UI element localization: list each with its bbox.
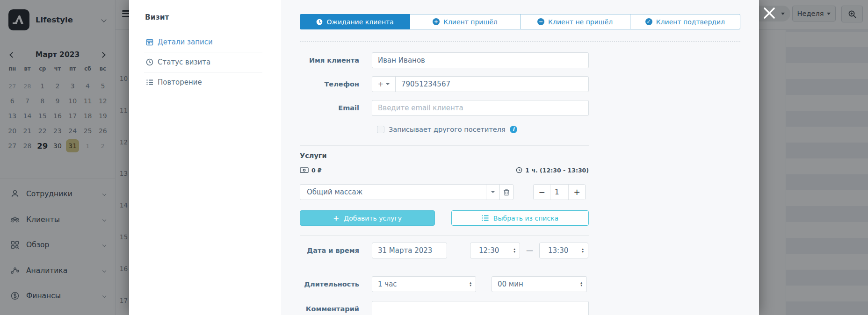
visit-status-tabs: Ожидание клиента + Клиент пришёл − Клиен… [300, 14, 740, 29]
duration-hours-select[interactable]: 1 час ▴▾ [372, 276, 476, 292]
time-range-dash: — [520, 246, 539, 255]
check-circle-icon: ✓ [645, 18, 652, 25]
comment-textarea[interactable] [372, 301, 589, 315]
list-icon [482, 215, 489, 221]
close-modal-button[interactable] [761, 5, 777, 21]
service-select-group: Общий массаж [300, 184, 514, 200]
tab-no-show[interactable]: − Клиент не пришёл [521, 14, 630, 29]
quantity-decrease-button[interactable]: − [534, 185, 550, 200]
service-select[interactable]: Общий массаж [300, 185, 486, 200]
nav-item-label: Повторение [158, 78, 202, 86]
tab-confirmed[interactable]: ✓ Клиент подтвердил [630, 14, 740, 29]
chevron-down-icon [386, 83, 390, 85]
start-time-value: 12:30 [479, 246, 499, 255]
app-screen: Lifestyle Март 2023 пнвтсрчтптсбвс 27281… [0, 0, 868, 315]
duration-label: Длительность [300, 280, 359, 288]
phone-prefix-select[interactable]: + [372, 77, 396, 92]
tab-label: Клиент подтвердил [656, 18, 725, 26]
phone-input-group: + [372, 76, 589, 92]
record-details-form: Ожидание клиента + Клиент пришёл − Клиен… [281, 0, 759, 315]
spinner-arrows-icon: ▴▾ [470, 281, 471, 287]
plus-circle-icon: + [433, 18, 440, 25]
nav-item-repeat[interactable]: Повторение [129, 72, 281, 92]
tab-label: Клиент пришёл [443, 18, 498, 26]
tab-label: Клиент не пришёл [548, 18, 613, 26]
duration-minutes-value: 00 мин [498, 280, 523, 288]
close-icon [761, 5, 777, 21]
duration-minutes-select[interactable]: 00 мин ▴▾ [492, 276, 587, 292]
services-heading: Услуги [300, 152, 740, 161]
plus-icon: + [333, 214, 339, 222]
services-total-price: 0 ₽ [300, 167, 322, 174]
modal-title: Визит [145, 13, 281, 21]
divider [300, 145, 589, 146]
clock-icon [316, 19, 323, 25]
nav-item-visit-status[interactable]: Статус визита [129, 52, 281, 72]
tab-label: Ожидание клиента [326, 18, 393, 26]
minus-circle-icon: − [537, 18, 544, 25]
tab-waiting[interactable]: Ожидание клиента [300, 14, 410, 29]
pick-from-list-button[interactable]: Выбрать из списка [451, 210, 589, 226]
start-time-select[interactable]: 12:30 ▴▾ [470, 243, 520, 258]
spinner-arrows-icon: ▴▾ [514, 248, 515, 253]
phone-prefix-label: + [378, 80, 384, 88]
nav-item-label: Детали записи [158, 38, 213, 46]
other-visitor-checkbox[interactable] [377, 126, 384, 133]
service-select-arrow[interactable] [486, 185, 499, 200]
clock-icon [146, 58, 153, 66]
email-label: Email [300, 104, 359, 112]
pick-from-list-label: Выбрать из списка [493, 215, 558, 222]
end-time-value: 13:30 [548, 246, 568, 255]
add-service-label: Добавить услугу [344, 215, 402, 222]
email-input[interactable] [372, 100, 589, 116]
end-time-select[interactable]: 13:30 ▴▾ [539, 243, 588, 258]
divider [300, 235, 589, 236]
phone-input[interactable] [396, 77, 588, 92]
comment-label: Комментарий [300, 305, 359, 313]
other-visitor-label: Записывает другого посетителя [389, 126, 506, 133]
quantity-stepper: − + [533, 184, 586, 200]
date-input[interactable] [372, 243, 447, 258]
spinner-arrows-icon: ▴▾ [582, 248, 584, 253]
add-service-button[interactable]: + Добавить услугу [300, 210, 435, 226]
chevron-down-icon [491, 191, 495, 193]
visit-modal: Визит Детали записи Статус визита Повтор… [129, 0, 759, 315]
calendar-icon [146, 38, 153, 46]
quantity-input[interactable] [550, 185, 568, 200]
phone-label: Телефон [300, 80, 359, 88]
info-icon[interactable]: i [510, 126, 517, 133]
tab-arrived[interactable]: + Клиент пришёл [410, 14, 520, 29]
quantity-increase-button[interactable]: + [568, 185, 585, 200]
dotted-divider [300, 41, 740, 42]
duration-hours-value: 1 час [378, 280, 397, 288]
spinner-arrows-icon: ▴▾ [580, 281, 582, 287]
client-name-input[interactable] [372, 52, 589, 68]
client-name-label: Имя клиента [300, 57, 359, 64]
visit-nav-panel: Визит Детали записи Статус визита Повтор… [129, 0, 281, 315]
banknote-icon [300, 167, 309, 173]
trash-icon [503, 189, 510, 196]
clock-icon [516, 167, 522, 173]
nav-item-record-details[interactable]: Детали записи [129, 32, 281, 52]
datetime-label: Дата и время [300, 247, 359, 254]
nav-item-label: Статус визита [158, 58, 210, 66]
delete-service-button[interactable] [499, 185, 513, 200]
list-icon [146, 79, 153, 86]
services-time-summary: 1 ч. (12:30 - 13:30) [516, 167, 589, 174]
